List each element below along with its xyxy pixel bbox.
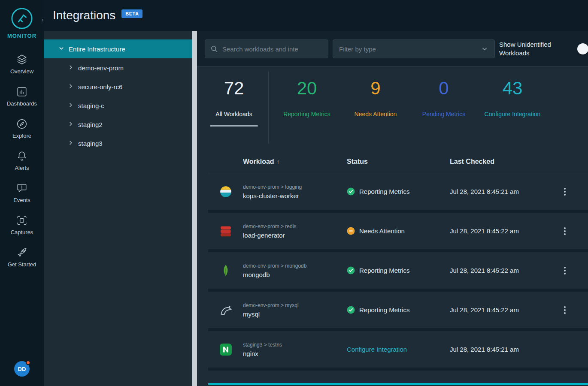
stat-value: 0 <box>414 78 474 99</box>
page-title: Integrations <box>53 9 115 22</box>
stat-value: 9 <box>346 78 406 99</box>
stat-value: 72 <box>200 78 268 99</box>
captures-icon <box>16 214 28 226</box>
tree-item-label: staging2 <box>78 121 103 128</box>
brand-label: MONITOR <box>7 33 36 39</box>
kebab-menu-icon[interactable] <box>562 265 567 276</box>
chevron-right-icon[interactable] <box>68 140 74 147</box>
infrastructure-tree: Entire Infrastructure demo-env-prom secu… <box>44 31 192 386</box>
tree-item-label: Entire Infrastructure <box>69 45 125 53</box>
chevron-down-icon <box>481 45 488 53</box>
sidebar-item-dashboards[interactable]: Dashboards <box>0 86 44 107</box>
search-input[interactable] <box>222 45 323 53</box>
kebab-menu-icon[interactable] <box>562 226 567 237</box>
chevron-right-icon[interactable] <box>68 121 74 128</box>
tree-item-secure-only-rc6[interactable]: secure-only-rc6 <box>44 77 192 96</box>
app-sidebar: › MONITOR Overview Dashboards Explore <box>0 0 44 386</box>
stat-pending-metrics[interactable]: 0 Pending Metrics <box>414 78 474 118</box>
logo-block[interactable]: › MONITOR <box>7 7 36 39</box>
active-stat-underline <box>210 125 258 127</box>
sidebar-item-label: Dashboards <box>7 100 37 107</box>
table-row[interactable]: demo-env-prom > mysql mysql Reporting Me… <box>208 292 588 331</box>
tree-scrollbar[interactable] <box>192 31 197 386</box>
stat-configure-integration[interactable]: 43 Configure Integration <box>478 78 547 118</box>
filter-value: Filter by type <box>339 45 481 53</box>
stat-label: Needs Attention <box>346 111 406 118</box>
stat-label: Reporting Metrics <box>277 111 337 118</box>
sort-arrow-icon: ↑ <box>277 158 280 165</box>
tree-item-demo-env-prom[interactable]: demo-env-prom <box>44 58 192 77</box>
workloads-table: Workload↑ Status Last Checked demo-env- <box>208 150 588 371</box>
user-avatar[interactable]: DD <box>14 361 30 377</box>
unidentified-workloads-toggle[interactable] <box>577 43 588 54</box>
chevron-right-icon[interactable] <box>68 64 74 72</box>
sidebar-item-label: Events <box>13 197 30 203</box>
main-content: Filter by type Show Unidentified Workloa… <box>197 31 588 386</box>
tree-item-staging2[interactable]: staging2 <box>44 115 192 134</box>
tree-item-staging-c[interactable]: staging-c <box>44 96 192 115</box>
sidebar-item-label: Overview <box>10 68 33 75</box>
toggle-label: Show Unidentified Workloads <box>499 40 568 57</box>
chevron-right-icon[interactable] <box>68 83 74 90</box>
stat-label: Pending Metrics <box>414 111 474 118</box>
mysql-icon <box>219 304 232 317</box>
table-row[interactable]: staging3 > testns nginx Configure Integr… <box>208 331 588 371</box>
kebab-menu-icon[interactable] <box>562 305 567 316</box>
search-box[interactable] <box>205 39 328 58</box>
sysdig-logo-icon <box>10 7 33 30</box>
sidebar-item-events[interactable]: Events <box>0 182 44 203</box>
nav-list: Overview Dashboards Explore Alerts <box>0 54 44 268</box>
sidebar-item-label: Explore <box>12 133 31 139</box>
stat-label: All Workloads <box>200 111 268 118</box>
table-row[interactable]: demo-env-prom > mongodb mongodb Reportin… <box>208 252 588 292</box>
sidebar-item-overview[interactable]: Overview <box>0 54 44 75</box>
configure-integration-link[interactable]: Configure Integration <box>347 346 407 353</box>
kebab-menu-icon[interactable] <box>562 186 567 197</box>
stat-reporting-metrics[interactable]: 20 Reporting Metrics <box>277 78 337 118</box>
avatar-status-dot <box>26 360 30 365</box>
workload-name: kops-cluster-worker <box>243 192 347 199</box>
stat-value: 43 <box>478 78 547 99</box>
sidebar-expand-chevron-icon[interactable]: › <box>41 16 43 23</box>
column-header-last-checked[interactable]: Last Checked <box>450 158 553 166</box>
chevron-right-icon[interactable] <box>68 102 74 109</box>
stat-needs-attention[interactable]: 9 Needs Attention <box>346 78 406 118</box>
status-warning-icon <box>347 227 355 235</box>
sidebar-item-explore[interactable]: Explore <box>0 118 44 139</box>
tree-item-staging3[interactable]: staging3 <box>44 134 192 153</box>
sidebar-item-get-started[interactable]: Get Started <box>0 247 44 268</box>
workload-name: nginx <box>243 350 347 357</box>
redis-icon <box>219 225 232 238</box>
sidebar-item-captures[interactable]: Captures <box>0 214 44 235</box>
workload-path: demo-env-prom > mysql <box>243 302 347 308</box>
chevron-down-icon[interactable] <box>58 45 64 53</box>
dashboards-icon <box>16 86 28 98</box>
column-header-status[interactable]: Status <box>347 158 450 166</box>
tree-item-label: staging-c <box>78 102 104 109</box>
status-label: Reporting Metrics <box>359 306 410 314</box>
sidebar-item-alerts[interactable]: Alerts <box>0 150 44 171</box>
stat-all-workloads[interactable]: 72 All Workloads <box>200 78 268 127</box>
sidebar-item-label: Get Started <box>8 261 36 268</box>
tree-item-label: staging3 <box>78 140 103 147</box>
column-header-workload[interactable]: Workload↑ <box>243 158 347 166</box>
status-label: Needs Attention <box>359 227 405 235</box>
status-label: Reporting Metrics <box>359 267 410 274</box>
workload-path: demo-env-prom > redis <box>243 223 347 229</box>
table-row[interactable]: demo-env-prom > redis load-generator Nee… <box>208 213 588 252</box>
workload-stats: 72 All Workloads 20 Reporting Metrics 9 … <box>197 67 588 150</box>
status-ok-icon <box>347 266 355 274</box>
table-row[interactable]: demo-env-prom > logging kops-cluster-wor… <box>208 173 588 213</box>
workload-name: load-generator <box>243 232 347 239</box>
filter-by-type-select[interactable]: Filter by type <box>333 39 495 58</box>
tree-item-entire-infrastructure[interactable]: Entire Infrastructure <box>44 39 192 58</box>
workload-path: demo-env-prom > mongodb <box>243 263 347 269</box>
workload-path: staging3 > testns <box>243 342 347 348</box>
page-header: Integrations BETA <box>44 0 588 31</box>
stat-value: 20 <box>277 78 337 99</box>
last-checked: Jul 28, 2021 8:45:21 am <box>450 188 553 195</box>
last-checked: Jul 28, 2021 8:45:22 am <box>450 267 553 274</box>
compass-icon <box>16 118 28 130</box>
workload-path: demo-env-prom > logging <box>243 184 347 190</box>
workloads-toolbar: Filter by type Show Unidentified Workloa… <box>197 31 588 66</box>
